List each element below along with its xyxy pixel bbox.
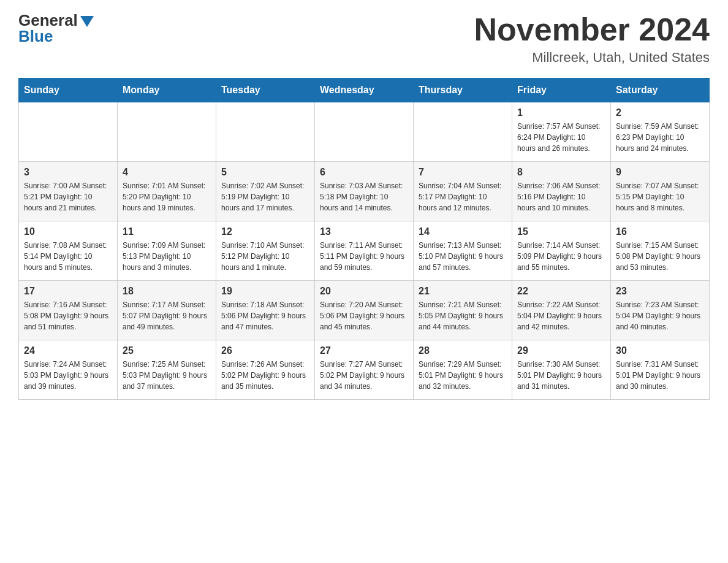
calendar-cell: 4Sunrise: 7:01 AM Sunset: 5:20 PM Daylig…	[118, 162, 216, 221]
calendar-cell: 15Sunrise: 7:14 AM Sunset: 5:09 PM Dayli…	[512, 221, 611, 281]
day-info: Sunrise: 7:20 AM Sunset: 5:06 PM Dayligh…	[320, 299, 408, 332]
day-number: 30	[616, 345, 704, 356]
calendar-cell: 7Sunrise: 7:04 AM Sunset: 5:17 PM Daylig…	[414, 162, 512, 221]
calendar-cell: 5Sunrise: 7:02 AM Sunset: 5:19 PM Daylig…	[216, 162, 315, 221]
calendar-cell: 11Sunrise: 7:09 AM Sunset: 5:13 PM Dayli…	[118, 221, 216, 281]
calendar-cell: 2Sunrise: 7:59 AM Sunset: 6:23 PM Daylig…	[611, 102, 710, 162]
calendar-cell: 6Sunrise: 7:03 AM Sunset: 5:18 PM Daylig…	[315, 162, 414, 221]
day-info: Sunrise: 7:26 AM Sunset: 5:02 PM Dayligh…	[221, 359, 309, 392]
logo-blue-text: Blue	[18, 28, 53, 44]
day-info: Sunrise: 7:23 AM Sunset: 5:04 PM Dayligh…	[616, 299, 704, 332]
month-title: November 2024	[474, 12, 710, 47]
day-number: 3	[24, 167, 112, 178]
calendar-cell: 28Sunrise: 7:29 AM Sunset: 5:01 PM Dayli…	[414, 340, 512, 400]
calendar-cell: 20Sunrise: 7:20 AM Sunset: 5:06 PM Dayli…	[315, 281, 414, 340]
calendar-header-sunday: Sunday	[19, 79, 118, 102]
calendar-week-row: 1Sunrise: 7:57 AM Sunset: 6:24 PM Daylig…	[19, 102, 710, 162]
calendar-cell: 21Sunrise: 7:21 AM Sunset: 5:05 PM Dayli…	[414, 281, 512, 340]
day-number: 20	[320, 286, 408, 297]
calendar-cell: 25Sunrise: 7:25 AM Sunset: 5:03 PM Dayli…	[118, 340, 216, 400]
day-number: 11	[123, 226, 211, 237]
day-info: Sunrise: 7:03 AM Sunset: 5:18 PM Dayligh…	[320, 180, 408, 213]
calendar-week-row: 10Sunrise: 7:08 AM Sunset: 5:14 PM Dayli…	[19, 221, 710, 281]
day-number: 5	[221, 167, 309, 178]
logo: General Blue	[18, 12, 94, 44]
day-info: Sunrise: 7:01 AM Sunset: 5:20 PM Dayligh…	[123, 180, 211, 213]
calendar-cell	[216, 102, 315, 162]
day-number: 22	[517, 286, 605, 297]
day-number: 14	[419, 226, 507, 237]
day-number: 23	[616, 286, 704, 297]
calendar-cell: 9Sunrise: 7:07 AM Sunset: 5:15 PM Daylig…	[611, 162, 710, 221]
day-info: Sunrise: 7:24 AM Sunset: 5:03 PM Dayligh…	[24, 359, 112, 392]
day-number: 10	[24, 226, 112, 237]
calendar-week-row: 24Sunrise: 7:24 AM Sunset: 5:03 PM Dayli…	[19, 340, 710, 400]
calendar-header-monday: Monday	[118, 79, 216, 102]
calendar-cell: 19Sunrise: 7:18 AM Sunset: 5:06 PM Dayli…	[216, 281, 315, 340]
day-info: Sunrise: 7:22 AM Sunset: 5:04 PM Dayligh…	[517, 299, 605, 332]
day-info: Sunrise: 7:31 AM Sunset: 5:01 PM Dayligh…	[616, 359, 704, 392]
calendar-cell: 29Sunrise: 7:30 AM Sunset: 5:01 PM Dayli…	[512, 340, 611, 400]
day-info: Sunrise: 7:16 AM Sunset: 5:08 PM Dayligh…	[24, 299, 112, 332]
day-number: 6	[320, 167, 408, 178]
calendar-cell: 17Sunrise: 7:16 AM Sunset: 5:08 PM Dayli…	[19, 281, 118, 340]
svg-marker-0	[80, 16, 94, 27]
location-title: Millcreek, Utah, United States	[474, 50, 710, 66]
day-number: 1	[517, 107, 605, 118]
calendar-cell: 26Sunrise: 7:26 AM Sunset: 5:02 PM Dayli…	[216, 340, 315, 400]
day-info: Sunrise: 7:07 AM Sunset: 5:15 PM Dayligh…	[616, 180, 704, 213]
day-number: 2	[616, 107, 704, 118]
calendar-cell: 8Sunrise: 7:06 AM Sunset: 5:16 PM Daylig…	[512, 162, 611, 221]
calendar-cell: 27Sunrise: 7:27 AM Sunset: 5:02 PM Dayli…	[315, 340, 414, 400]
day-number: 26	[221, 345, 309, 356]
calendar-header-row: SundayMondayTuesdayWednesdayThursdayFrid…	[19, 79, 710, 102]
day-info: Sunrise: 7:21 AM Sunset: 5:05 PM Dayligh…	[419, 299, 507, 332]
calendar-cell: 16Sunrise: 7:15 AM Sunset: 5:08 PM Dayli…	[611, 221, 710, 281]
day-info: Sunrise: 7:09 AM Sunset: 5:13 PM Dayligh…	[123, 240, 211, 273]
calendar-cell: 12Sunrise: 7:10 AM Sunset: 5:12 PM Dayli…	[216, 221, 315, 281]
calendar-cell	[19, 102, 118, 162]
day-info: Sunrise: 7:11 AM Sunset: 5:11 PM Dayligh…	[320, 240, 408, 273]
logo-triangle-icon	[80, 16, 94, 27]
day-number: 25	[123, 345, 211, 356]
day-number: 15	[517, 226, 605, 237]
calendar-cell: 1Sunrise: 7:57 AM Sunset: 6:24 PM Daylig…	[512, 102, 611, 162]
day-number: 12	[221, 226, 309, 237]
calendar-cell	[118, 102, 216, 162]
header: General Blue November 2024 Millcreek, Ut…	[18, 12, 710, 66]
day-number: 27	[320, 345, 408, 356]
calendar-header-thursday: Thursday	[414, 79, 512, 102]
day-info: Sunrise: 7:59 AM Sunset: 6:23 PM Dayligh…	[616, 121, 704, 154]
day-number: 7	[419, 167, 507, 178]
calendar-header-wednesday: Wednesday	[315, 79, 414, 102]
calendar-cell: 3Sunrise: 7:00 AM Sunset: 5:21 PM Daylig…	[19, 162, 118, 221]
day-number: 17	[24, 286, 112, 297]
day-number: 16	[616, 226, 704, 237]
day-info: Sunrise: 7:27 AM Sunset: 5:02 PM Dayligh…	[320, 359, 408, 392]
logo-general-text: General	[18, 12, 78, 28]
day-info: Sunrise: 7:25 AM Sunset: 5:03 PM Dayligh…	[123, 359, 211, 392]
calendar-header-tuesday: Tuesday	[216, 79, 315, 102]
calendar-cell: 22Sunrise: 7:22 AM Sunset: 5:04 PM Dayli…	[512, 281, 611, 340]
calendar-header-friday: Friday	[512, 79, 611, 102]
calendar-cell: 14Sunrise: 7:13 AM Sunset: 5:10 PM Dayli…	[414, 221, 512, 281]
calendar-cell: 23Sunrise: 7:23 AM Sunset: 5:04 PM Dayli…	[611, 281, 710, 340]
calendar-cell: 18Sunrise: 7:17 AM Sunset: 5:07 PM Dayli…	[118, 281, 216, 340]
calendar-cell: 10Sunrise: 7:08 AM Sunset: 5:14 PM Dayli…	[19, 221, 118, 281]
day-number: 13	[320, 226, 408, 237]
day-info: Sunrise: 7:29 AM Sunset: 5:01 PM Dayligh…	[419, 359, 507, 392]
calendar-cell: 24Sunrise: 7:24 AM Sunset: 5:03 PM Dayli…	[19, 340, 118, 400]
day-info: Sunrise: 7:02 AM Sunset: 5:19 PM Dayligh…	[221, 180, 309, 213]
day-number: 4	[123, 167, 211, 178]
calendar-table: SundayMondayTuesdayWednesdayThursdayFrid…	[18, 78, 710, 400]
day-number: 21	[419, 286, 507, 297]
calendar-cell	[315, 102, 414, 162]
calendar-header-saturday: Saturday	[611, 79, 710, 102]
day-info: Sunrise: 7:00 AM Sunset: 5:21 PM Dayligh…	[24, 180, 112, 213]
day-info: Sunrise: 7:18 AM Sunset: 5:06 PM Dayligh…	[221, 299, 309, 332]
day-info: Sunrise: 7:30 AM Sunset: 5:01 PM Dayligh…	[517, 359, 605, 392]
day-info: Sunrise: 7:57 AM Sunset: 6:24 PM Dayligh…	[517, 121, 605, 154]
day-info: Sunrise: 7:15 AM Sunset: 5:08 PM Dayligh…	[616, 240, 704, 273]
calendar-cell	[414, 102, 512, 162]
day-number: 18	[123, 286, 211, 297]
